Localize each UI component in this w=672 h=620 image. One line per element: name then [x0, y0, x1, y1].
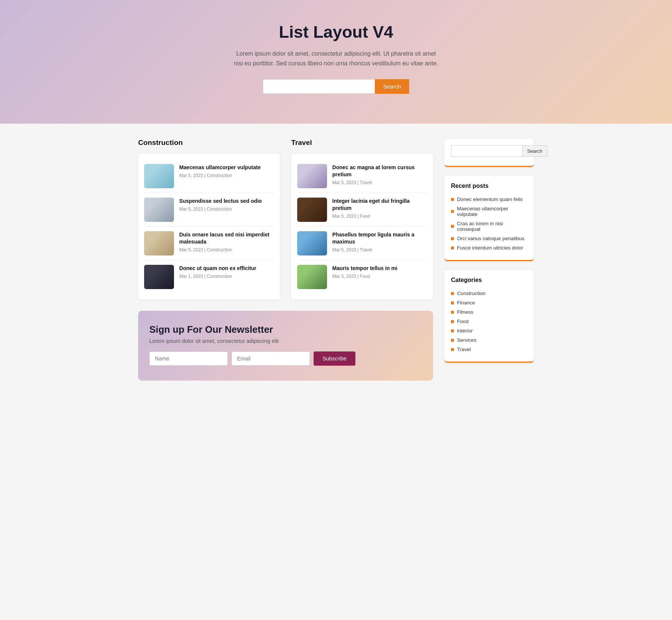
bullet-icon — [451, 339, 454, 342]
newsletter-form: Subscribe — [149, 351, 422, 366]
post-thumbnail — [144, 198, 174, 222]
post-title[interactable]: Donec ut quam non ex efficitur — [179, 265, 274, 272]
hero-search-form: Search — [7, 79, 665, 94]
list-item[interactable]: Travel — [451, 345, 527, 354]
newsletter-description: Lorem ipsum dolor sit amet, consectetur … — [149, 338, 422, 344]
recent-posts-title: Recent posts — [451, 183, 527, 189]
table-row: Suspendisse sed lectus sed odio Mar 5, 2… — [144, 193, 274, 227]
list-item[interactable]: Maecenas ullamcorper vulputate — [451, 204, 527, 219]
sidebar-search-widget: Search — [444, 139, 534, 167]
post-info: Phasellus tempor ligula mauris a maximus… — [332, 231, 427, 252]
table-row: Donec ac magna at lorem cursus pretium M… — [297, 159, 427, 193]
post-meta: Mar 5, 2023 | Construction — [179, 207, 274, 212]
list-item[interactable]: Food — [451, 317, 527, 326]
hero-description: Lorem ipsum dolor sit amet, consectetur … — [231, 49, 441, 68]
bullet-icon — [451, 320, 454, 323]
list-item[interactable]: Fitness — [451, 307, 527, 317]
post-info: Donec ac magna at lorem cursus pretium M… — [332, 164, 427, 185]
hero-search-input[interactable] — [263, 79, 375, 94]
table-row: Donec ut quam non ex efficitur Mar 1, 20… — [144, 260, 274, 294]
recent-posts-list: Donec elementum quam felis Maecenas ulla… — [451, 195, 527, 252]
construction-post-box: Maecenas ullamcorper vulputate Mar 5, 20… — [138, 154, 280, 300]
bullet-icon — [451, 301, 454, 304]
post-thumbnail — [297, 231, 327, 255]
table-row: Phasellus tempor ligula mauris a maximus… — [297, 227, 427, 260]
categories-widget: Categories Construction Finance Fitness … — [444, 270, 534, 363]
post-title[interactable]: Duis ornare lacus sed nisi imperdiet mal… — [179, 231, 274, 245]
newsletter-title: Sign up For Our Newsletter — [149, 324, 422, 335]
bullet-icon — [451, 225, 454, 228]
newsletter-section: Sign up For Our Newsletter Lorem ipsum d… — [138, 311, 433, 381]
post-meta: Mar 5, 2023 | Construction — [179, 247, 274, 252]
list-item[interactable]: Orci varius natoque penatibus — [451, 234, 527, 243]
travel-column: Travel Donec ac magna at lorem cursus pr… — [291, 139, 433, 300]
bullet-icon — [451, 311, 454, 314]
post-thumbnail — [144, 231, 174, 255]
post-title[interactable]: Integer lacinia eget dui fringilla preti… — [332, 198, 427, 212]
newsletter-subscribe-button[interactable]: Subscribe — [314, 351, 355, 366]
post-meta: Mar 3, 2023 | Food — [332, 274, 427, 279]
hero-title: List Layout V4 — [7, 22, 665, 41]
bullet-icon — [451, 198, 454, 201]
content-area: Construction Maecenas ullamcorper vulput… — [138, 139, 433, 381]
post-meta: Mar 5, 2023 | Food — [332, 214, 427, 219]
post-info: Donec ut quam non ex efficitur Mar 1, 20… — [179, 265, 274, 279]
post-thumbnail — [297, 164, 327, 188]
list-item[interactable]: Cras ac lorem in nisi consequat — [451, 219, 527, 234]
post-title[interactable]: Maecenas ullamcorper vulputate — [179, 164, 274, 171]
categories-list: Construction Finance Fitness Food Interi… — [451, 289, 527, 354]
post-meta: Mar 5, 2023 | Travel — [332, 180, 427, 185]
post-info: Suspendisse sed lectus sed odio Mar 5, 2… — [179, 198, 274, 212]
post-meta: Mar 5, 2023 | Travel — [332, 247, 427, 252]
post-title[interactable]: Donec ac magna at lorem cursus pretium — [332, 164, 427, 178]
list-item[interactable]: Fusce interdum ultricies dolor — [451, 243, 527, 252]
table-row: Maecenas ullamcorper vulputate Mar 5, 20… — [144, 159, 274, 193]
newsletter-email-input[interactable] — [231, 351, 310, 366]
sidebar: Search Recent posts Donec elementum quam… — [444, 139, 534, 381]
travel-column-title: Travel — [291, 139, 433, 147]
sidebar-search-form: Search — [451, 145, 527, 157]
newsletter-name-input[interactable] — [149, 351, 228, 366]
post-thumbnail — [144, 265, 174, 289]
recent-posts-widget: Recent posts Donec elementum quam felis … — [444, 176, 534, 261]
bullet-icon — [451, 348, 454, 351]
post-info: Maecenas ullamcorper vulputate Mar 5, 20… — [179, 164, 274, 178]
sidebar-search-input[interactable] — [451, 145, 522, 157]
construction-column: Construction Maecenas ullamcorper vulput… — [138, 139, 280, 300]
post-thumbnail — [297, 265, 327, 289]
bullet-icon — [451, 292, 454, 295]
post-info: Mauris tempor tellus in mi Mar 3, 2023 |… — [332, 265, 427, 279]
bullet-icon — [451, 210, 454, 213]
list-item[interactable]: Construction — [451, 289, 527, 298]
list-item[interactable]: Interior — [451, 326, 527, 335]
post-title[interactable]: Phasellus tempor ligula mauris a maximus — [332, 231, 427, 245]
hero-section: List Layout V4 Lorem ipsum dolor sit ame… — [0, 0, 672, 124]
categories-title: Categories — [451, 277, 527, 283]
post-thumbnail — [297, 198, 327, 222]
list-item[interactable]: Donec elementum quam felis — [451, 195, 527, 204]
columns-row: Construction Maecenas ullamcorper vulput… — [138, 139, 433, 300]
bullet-icon — [451, 237, 454, 240]
table-row: Duis ornare lacus sed nisi imperdiet mal… — [144, 227, 274, 260]
post-title[interactable]: Suspendisse sed lectus sed odio — [179, 198, 274, 205]
sidebar-search-button[interactable]: Search — [522, 145, 547, 157]
list-item[interactable]: Finance — [451, 298, 527, 307]
construction-column-title: Construction — [138, 139, 280, 147]
post-title[interactable]: Mauris tempor tellus in mi — [332, 265, 427, 272]
list-item[interactable]: Services — [451, 335, 527, 345]
table-row: Mauris tempor tellus in mi Mar 3, 2023 |… — [297, 260, 427, 294]
travel-post-box: Donec ac magna at lorem cursus pretium M… — [291, 154, 433, 300]
post-meta: Mar 5, 2023 | Construction — [179, 173, 274, 178]
post-info: Integer lacinia eget dui fringilla preti… — [332, 198, 427, 219]
table-row: Integer lacinia eget dui fringilla preti… — [297, 193, 427, 227]
bullet-icon — [451, 247, 454, 249]
bullet-icon — [451, 329, 454, 332]
post-meta: Mar 1, 2023 | Construction — [179, 274, 274, 279]
post-thumbnail — [144, 164, 174, 188]
post-info: Duis ornare lacus sed nisi imperdiet mal… — [179, 231, 274, 252]
main-wrapper: Construction Maecenas ullamcorper vulput… — [131, 139, 541, 381]
hero-search-button[interactable]: Search — [375, 79, 409, 94]
